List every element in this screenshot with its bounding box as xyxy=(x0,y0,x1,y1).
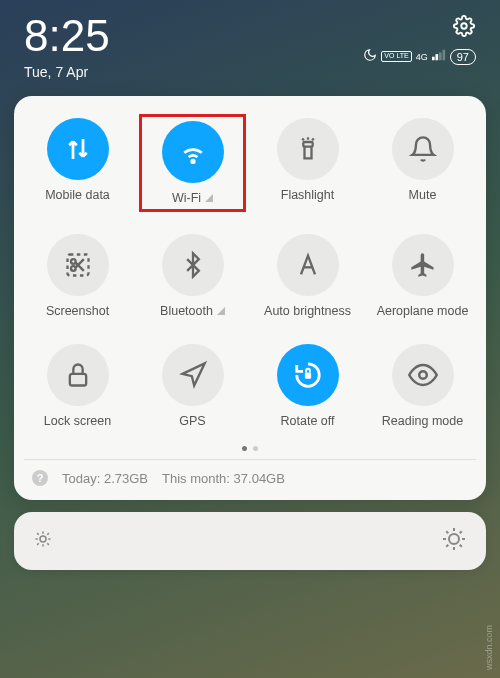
tile-mobile-data[interactable]: Mobile data xyxy=(24,114,131,212)
bell-icon[interactable] xyxy=(392,118,454,180)
svg-point-11 xyxy=(71,266,76,271)
svg-rect-2 xyxy=(435,54,438,60)
quick-settings-panel: Mobile dataWi-FiFlashlightMuteScreenshot… xyxy=(14,96,486,500)
tile-label: Mute xyxy=(409,188,437,202)
rotate-lock-icon[interactable] xyxy=(277,344,339,406)
flashlight-icon[interactable] xyxy=(277,118,339,180)
airplane-icon[interactable] xyxy=(392,234,454,296)
svg-line-35 xyxy=(446,545,448,547)
tile-auto-brightness[interactable]: Auto brightness xyxy=(254,230,361,322)
svg-line-26 xyxy=(37,543,39,545)
wifi-icon[interactable] xyxy=(162,121,224,183)
tile-label: Auto brightness xyxy=(264,304,351,318)
expand-indicator-icon xyxy=(217,307,225,315)
tile-gps[interactable]: GPS xyxy=(139,340,246,432)
clock-time: 8:25 xyxy=(24,14,110,58)
scissors-icon[interactable] xyxy=(47,234,109,296)
tile-label: GPS xyxy=(179,414,205,428)
tile-mute[interactable]: Mute xyxy=(369,114,476,212)
svg-rect-17 xyxy=(304,373,310,379)
lock-icon[interactable] xyxy=(47,344,109,406)
eye-icon[interactable] xyxy=(392,344,454,406)
data-month: This month: 37.04GB xyxy=(162,471,285,486)
letter-a-icon[interactable] xyxy=(277,234,339,296)
svg-point-0 xyxy=(461,23,467,29)
page-indicator[interactable] xyxy=(24,446,476,451)
brightness-high-icon xyxy=(442,527,466,555)
svg-point-5 xyxy=(191,160,194,163)
tile-flashlight[interactable]: Flashlight xyxy=(254,114,361,212)
tile-label: Rotate off xyxy=(281,414,335,428)
svg-line-32 xyxy=(460,545,462,547)
tile-label: Reading mode xyxy=(382,414,463,428)
status-bar: 8:25 Tue, 7 Apr VO LTE 4G 97 xyxy=(0,0,500,88)
expand-indicator-icon xyxy=(205,194,213,202)
signal-bars-icon xyxy=(432,49,446,64)
bluetooth-icon[interactable] xyxy=(162,234,224,296)
quick-settings-grid: Mobile dataWi-FiFlashlightMuteScreenshot… xyxy=(24,114,476,432)
svg-rect-3 xyxy=(439,52,442,60)
tile-label: Screenshot xyxy=(46,304,109,318)
data-today: Today: 2.73GB xyxy=(62,471,148,486)
tile-reading[interactable]: Reading mode xyxy=(369,340,476,432)
help-icon[interactable]: ? xyxy=(32,470,48,486)
tile-label: Wi-Fi xyxy=(172,191,213,205)
svg-rect-16 xyxy=(69,374,85,386)
tile-label: Aeroplane mode xyxy=(377,304,469,318)
svg-rect-4 xyxy=(442,50,445,61)
svg-line-36 xyxy=(460,531,462,533)
tile-screenshot[interactable]: Screenshot xyxy=(24,230,131,322)
network-type: 4G xyxy=(416,52,428,62)
svg-line-9 xyxy=(312,139,314,141)
page-dot-2[interactable] xyxy=(253,446,258,451)
data-arrows-icon[interactable] xyxy=(47,118,109,180)
brightness-low-icon xyxy=(34,530,52,552)
svg-line-23 xyxy=(47,543,49,545)
svg-line-8 xyxy=(302,139,304,141)
svg-point-12 xyxy=(71,259,76,264)
battery-indicator: 97 xyxy=(450,49,476,65)
volte-badge: VO LTE xyxy=(381,51,411,61)
tile-bluetooth[interactable]: Bluetooth xyxy=(139,230,246,322)
tile-label: Mobile data xyxy=(45,188,110,202)
tile-label: Bluetooth xyxy=(160,304,225,318)
tile-label: Lock screen xyxy=(44,414,111,428)
svg-line-22 xyxy=(37,533,39,535)
nav-arrow-icon[interactable] xyxy=(162,344,224,406)
svg-rect-6 xyxy=(303,142,312,147)
tile-aeroplane[interactable]: Aeroplane mode xyxy=(369,230,476,322)
data-usage-footer[interactable]: ? Today: 2.73GB This month: 37.04GB xyxy=(24,459,476,490)
tile-label: Flashlight xyxy=(281,188,335,202)
page-dot-1[interactable] xyxy=(242,446,247,451)
svg-point-28 xyxy=(449,534,459,544)
dnd-moon-icon xyxy=(363,48,377,65)
clock-date: Tue, 7 Apr xyxy=(24,64,110,80)
brightness-slider[interactable] xyxy=(14,512,486,570)
svg-point-18 xyxy=(419,371,427,379)
tile-lock-screen[interactable]: Lock screen xyxy=(24,340,131,432)
svg-point-19 xyxy=(40,536,46,542)
status-icons: VO LTE 4G 97 xyxy=(363,48,476,65)
tile-rotate[interactable]: Rotate off xyxy=(254,340,361,432)
svg-line-31 xyxy=(446,531,448,533)
watermark: wsxdn.com xyxy=(484,625,494,670)
tile-wifi[interactable]: Wi-Fi xyxy=(139,114,246,212)
svg-line-27 xyxy=(47,533,49,535)
svg-rect-1 xyxy=(432,57,435,61)
settings-icon[interactable] xyxy=(452,14,476,38)
